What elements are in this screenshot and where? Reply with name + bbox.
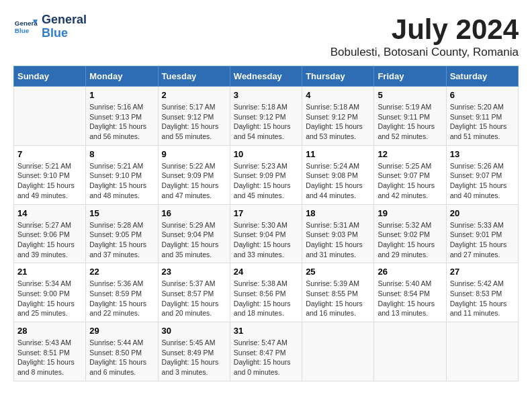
day-cell: 25Sunrise: 5:39 AM Sunset: 8:55 PM Dayli… xyxy=(302,263,374,322)
day-cell: 6Sunrise: 5:20 AM Sunset: 9:11 PM Daylig… xyxy=(446,87,518,146)
day-cell: 31Sunrise: 5:47 AM Sunset: 8:47 PM Dayli… xyxy=(230,322,302,381)
day-info: Sunrise: 5:19 AM Sunset: 9:11 PM Dayligh… xyxy=(378,102,442,142)
day-info: Sunrise: 5:44 AM Sunset: 8:50 PM Dayligh… xyxy=(89,338,154,377)
day-cell: 27Sunrise: 5:42 AM Sunset: 8:53 PM Dayli… xyxy=(446,263,518,322)
day-cell: 19Sunrise: 5:32 AM Sunset: 9:02 PM Dayli… xyxy=(374,204,446,263)
week-row: 14Sunrise: 5:27 AM Sunset: 9:06 PM Dayli… xyxy=(14,204,519,263)
day-info: Sunrise: 5:40 AM Sunset: 8:54 PM Dayligh… xyxy=(378,279,442,318)
day-number: 23 xyxy=(162,267,226,277)
day-number: 20 xyxy=(450,208,515,218)
day-number: 14 xyxy=(17,208,82,218)
day-cell xyxy=(14,87,86,146)
day-cell: 20Sunrise: 5:33 AM Sunset: 9:01 PM Dayli… xyxy=(446,204,518,263)
day-info: Sunrise: 5:43 AM Sunset: 8:51 PM Dayligh… xyxy=(17,338,82,377)
day-info: Sunrise: 5:36 AM Sunset: 8:59 PM Dayligh… xyxy=(89,279,154,318)
day-number: 29 xyxy=(89,326,154,336)
day-cell: 14Sunrise: 5:27 AM Sunset: 9:06 PM Dayli… xyxy=(14,204,86,263)
header-day: Wednesday xyxy=(230,66,302,87)
day-number: 25 xyxy=(306,267,370,277)
day-number: 3 xyxy=(234,90,298,100)
day-cell: 18Sunrise: 5:31 AM Sunset: 9:03 PM Dayli… xyxy=(302,204,374,263)
day-number: 22 xyxy=(89,267,154,277)
day-info: Sunrise: 5:29 AM Sunset: 9:04 PM Dayligh… xyxy=(162,220,226,260)
location-title: Bobulesti, Botosani County, Romania xyxy=(330,46,519,59)
day-cell: 30Sunrise: 5:45 AM Sunset: 8:49 PM Dayli… xyxy=(158,322,230,381)
day-number: 10 xyxy=(234,149,298,159)
day-number: 12 xyxy=(378,149,442,159)
day-info: Sunrise: 5:21 AM Sunset: 9:10 PM Dayligh… xyxy=(89,161,154,201)
day-info: Sunrise: 5:42 AM Sunset: 8:53 PM Dayligh… xyxy=(450,279,515,318)
day-info: Sunrise: 5:39 AM Sunset: 8:55 PM Dayligh… xyxy=(306,279,370,318)
day-info: Sunrise: 5:20 AM Sunset: 9:11 PM Dayligh… xyxy=(450,102,515,142)
title-section: July 2024 Bobulesti, Botosani County, Ro… xyxy=(330,13,519,59)
month-title: July 2024 xyxy=(330,13,519,46)
day-number: 11 xyxy=(306,149,370,159)
day-number: 5 xyxy=(378,90,442,100)
day-info: Sunrise: 5:18 AM Sunset: 9:12 PM Dayligh… xyxy=(234,102,298,142)
day-cell: 11Sunrise: 5:24 AM Sunset: 9:08 PM Dayli… xyxy=(302,145,374,204)
week-row: 7Sunrise: 5:21 AM Sunset: 9:10 PM Daylig… xyxy=(14,145,519,204)
day-cell: 5Sunrise: 5:19 AM Sunset: 9:11 PM Daylig… xyxy=(374,87,446,146)
day-number: 7 xyxy=(17,149,82,159)
day-cell: 21Sunrise: 5:34 AM Sunset: 9:00 PM Dayli… xyxy=(14,263,86,322)
day-number: 13 xyxy=(450,149,515,159)
day-number: 27 xyxy=(450,267,515,277)
header-day: Friday xyxy=(374,66,446,87)
day-cell: 10Sunrise: 5:23 AM Sunset: 9:09 PM Dayli… xyxy=(230,145,302,204)
day-cell xyxy=(446,322,518,381)
week-row: 1Sunrise: 5:16 AM Sunset: 9:13 PM Daylig… xyxy=(14,87,519,146)
day-cell: 1Sunrise: 5:16 AM Sunset: 9:13 PM Daylig… xyxy=(86,87,158,146)
day-info: Sunrise: 5:26 AM Sunset: 9:07 PM Dayligh… xyxy=(450,161,515,201)
day-number: 26 xyxy=(378,267,442,277)
day-info: Sunrise: 5:47 AM Sunset: 8:47 PM Dayligh… xyxy=(234,338,298,377)
logo-icon: General Blue xyxy=(13,15,38,39)
day-number: 31 xyxy=(234,326,298,336)
day-cell: 17Sunrise: 5:30 AM Sunset: 9:04 PM Dayli… xyxy=(230,204,302,263)
day-number: 2 xyxy=(162,90,226,100)
header-day: Thursday xyxy=(302,66,374,87)
day-cell: 12Sunrise: 5:25 AM Sunset: 9:07 PM Dayli… xyxy=(374,145,446,204)
day-cell xyxy=(374,322,446,381)
day-number: 28 xyxy=(17,326,82,336)
header-day: Monday xyxy=(86,66,158,87)
day-info: Sunrise: 5:28 AM Sunset: 9:05 PM Dayligh… xyxy=(89,220,154,260)
day-number: 18 xyxy=(306,208,370,218)
svg-text:Blue: Blue xyxy=(15,27,30,34)
week-row: 28Sunrise: 5:43 AM Sunset: 8:51 PM Dayli… xyxy=(14,322,519,381)
day-cell: 4Sunrise: 5:18 AM Sunset: 9:12 PM Daylig… xyxy=(302,87,374,146)
day-cell: 8Sunrise: 5:21 AM Sunset: 9:10 PM Daylig… xyxy=(86,145,158,204)
day-info: Sunrise: 5:37 AM Sunset: 8:57 PM Dayligh… xyxy=(162,279,226,318)
day-cell: 26Sunrise: 5:40 AM Sunset: 8:54 PM Dayli… xyxy=(374,263,446,322)
day-info: Sunrise: 5:24 AM Sunset: 9:08 PM Dayligh… xyxy=(306,161,370,201)
day-info: Sunrise: 5:32 AM Sunset: 9:02 PM Dayligh… xyxy=(378,220,442,260)
day-cell: 29Sunrise: 5:44 AM Sunset: 8:50 PM Dayli… xyxy=(86,322,158,381)
day-number: 30 xyxy=(162,326,226,336)
logo: General Blue General Blue xyxy=(13,13,87,40)
day-cell xyxy=(302,322,374,381)
day-info: Sunrise: 5:17 AM Sunset: 9:12 PM Dayligh… xyxy=(162,102,226,142)
day-number: 16 xyxy=(162,208,226,218)
day-number: 24 xyxy=(234,267,298,277)
header-day: Saturday xyxy=(446,66,518,87)
header-day: Tuesday xyxy=(158,66,230,87)
day-cell: 15Sunrise: 5:28 AM Sunset: 9:05 PM Dayli… xyxy=(86,204,158,263)
day-cell: 24Sunrise: 5:38 AM Sunset: 8:56 PM Dayli… xyxy=(230,263,302,322)
day-number: 8 xyxy=(89,149,154,159)
day-info: Sunrise: 5:22 AM Sunset: 9:09 PM Dayligh… xyxy=(162,161,226,201)
day-cell: 3Sunrise: 5:18 AM Sunset: 9:12 PM Daylig… xyxy=(230,87,302,146)
header-row: SundayMondayTuesdayWednesdayThursdayFrid… xyxy=(14,66,519,87)
day-info: Sunrise: 5:33 AM Sunset: 9:01 PM Dayligh… xyxy=(450,220,515,260)
day-cell: 23Sunrise: 5:37 AM Sunset: 8:57 PM Dayli… xyxy=(158,263,230,322)
day-number: 9 xyxy=(162,149,226,159)
day-info: Sunrise: 5:25 AM Sunset: 9:07 PM Dayligh… xyxy=(378,161,442,201)
day-info: Sunrise: 5:16 AM Sunset: 9:13 PM Dayligh… xyxy=(89,102,154,142)
day-cell: 7Sunrise: 5:21 AM Sunset: 9:10 PM Daylig… xyxy=(14,145,86,204)
week-row: 21Sunrise: 5:34 AM Sunset: 9:00 PM Dayli… xyxy=(14,263,519,322)
day-cell: 9Sunrise: 5:22 AM Sunset: 9:09 PM Daylig… xyxy=(158,145,230,204)
day-info: Sunrise: 5:27 AM Sunset: 9:06 PM Dayligh… xyxy=(17,220,82,260)
day-info: Sunrise: 5:18 AM Sunset: 9:12 PM Dayligh… xyxy=(306,102,370,142)
day-cell: 16Sunrise: 5:29 AM Sunset: 9:04 PM Dayli… xyxy=(158,204,230,263)
day-number: 19 xyxy=(378,208,442,218)
logo-name: General Blue xyxy=(42,13,87,40)
day-info: Sunrise: 5:45 AM Sunset: 8:49 PM Dayligh… xyxy=(162,338,226,377)
